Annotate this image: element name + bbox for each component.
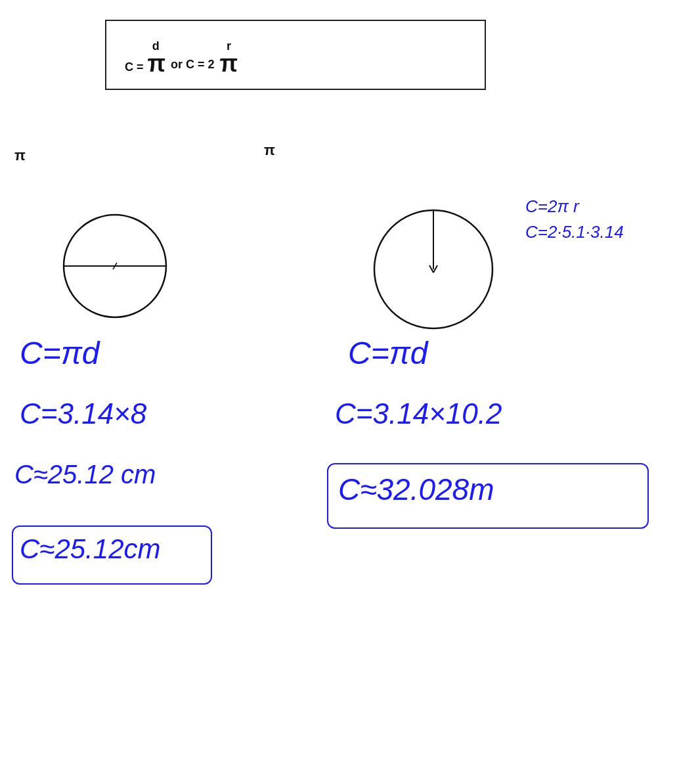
pi-right: π: [264, 138, 275, 162]
hw1-step1: C=πd: [20, 335, 100, 371]
circle2-container: [368, 197, 499, 335]
instructions-line2: π π: [12, 143, 26, 167]
hw2-step2: C=3.14×10.2: [335, 397, 502, 430]
circle1-container: [59, 210, 171, 322]
formula-or: or C = 2: [171, 58, 215, 72]
hw2-sidenote2: C=2·5.1·3.14: [525, 222, 624, 242]
hw1-answer: C≈25.12cm: [20, 533, 160, 565]
circle1-svg: [59, 210, 171, 322]
hw1-step2: C=3.14×8: [20, 397, 146, 430]
formula-box: C = d π or C = 2 r π: [105, 20, 486, 90]
formula-pi1: π: [148, 53, 166, 74]
hw2-step1: C=πd: [348, 335, 428, 371]
instructions-pi: π: [14, 147, 26, 164]
hw2-answer: C≈32.028m: [338, 472, 494, 507]
circle2-svg: [368, 197, 499, 335]
hw2-sidenote1: C=2π r: [525, 194, 579, 219]
formula-pi2: π: [220, 53, 238, 74]
instructions: π π: [12, 143, 26, 167]
hw1-step3: C≈25.12 cm: [14, 460, 156, 489]
formula-c-eq: C =: [125, 60, 144, 74]
